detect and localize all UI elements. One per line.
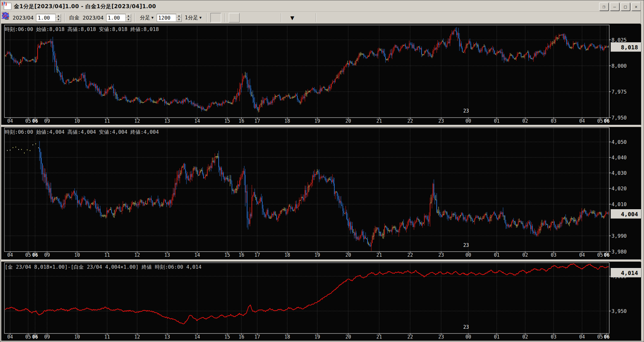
y-axis-label: 8,025 [611,37,627,43]
x-axis-label: 11 [104,334,110,340]
timeframe-label: 1分足 [185,15,198,21]
cascade-windows-button[interactable]: ❐ [599,3,609,11]
chart-select-tool-button[interactable] [210,13,221,22]
x-axis-label: 05 [597,252,603,258]
x-axis-label: 10 [74,252,80,258]
panel-splitter-2[interactable] [1,260,643,262]
chart-1-info-line: 時刻:06:00 始値:8,018 高値:8,018 安値:8,018 終値:8… [5,26,159,33]
x-axis-label: 02 [522,252,528,258]
x-axis-label: 12 [134,334,140,340]
remove-chart-button[interactable] [301,13,312,22]
current-price-box: 4,004 [611,209,641,219]
x-axis-label: 22 [407,118,413,124]
platinum-ratio-input[interactable] [106,14,126,22]
x-axis-label: 04 [579,334,585,340]
chart-plot-2[interactable] [1,127,641,260]
x-axis-label: 10 [74,118,80,124]
platinum-contract-month: 2023/04 [82,15,103,21]
y-axis-label: 4,030 [611,170,627,176]
x-axis-label: 00 [465,252,471,258]
x-axis-label: 01 [494,252,500,258]
platinum-ratio-spinbox: ▲▼ [106,14,131,22]
x-axis-label: 01 [494,334,500,340]
x-axis-label: 05 [597,334,603,340]
x-axis-label: 16 [239,252,244,258]
y-axis-label: 7,950 [611,115,627,121]
chart-plot-1[interactable] [1,24,641,125]
chart-plot-3[interactable] [1,262,641,341]
toolbar-separator [316,13,316,22]
platinum-ratio-down-button[interactable]: ▼ [126,18,131,22]
x-axis-label: 11 [104,252,110,258]
toolbar-separator [206,13,207,22]
chart-panel-2 [1,127,641,260]
x-axis-label: 00 [465,334,471,340]
close-button[interactable]: ✕ [631,3,641,11]
interval-dropdown[interactable]: 分足 ▼ [139,14,155,22]
minimize-button[interactable]: – [610,3,619,11]
x-axis-label: 17 [254,334,260,340]
x-axis-label: 03 [551,118,556,124]
x-axis-label: 15 [224,118,230,124]
x-axis-label: 17 [254,252,260,258]
date-change-label: 23 [463,108,469,114]
chevron-down-icon: ▼ [199,16,202,19]
toolbar-separator [225,13,225,22]
maximize-button[interactable]: □ [621,3,630,11]
x-axis-label: 18 [284,118,290,124]
x-axis-label: 10 [74,334,80,340]
bar-count-spinbox: ▲▼ [157,14,182,22]
x-axis-label: 03 [551,252,556,258]
toolbar: 金 2023/04 ▲▼ 白金 2023/04 ▲▼ 分足 ▼ ▲▼ 1分足 ▼ [1,12,643,24]
x-axis-label: 22 [407,252,413,258]
gold-ratio-input[interactable] [36,14,56,22]
toolbar-separator [135,13,135,22]
panel-splitter-1[interactable] [1,125,643,127]
bar-count-up-button[interactable]: ▲ [176,14,182,18]
toolbar-separator [281,13,282,22]
refresh-button[interactable]: R [320,13,331,22]
app-icon [4,3,11,10]
chart-panel-3 [1,262,641,341]
x-axis-label: 06 [32,252,38,258]
y-axis-label: 4,020 [611,186,627,192]
pencil-tool-button[interactable] [254,13,265,22]
x-axis-label: 04 [579,252,585,258]
gold-ratio-down-button[interactable]: ▼ [56,18,61,22]
title-bar[interactable]: 金1分足[2023/04]1.00 - 白金1分足[2023/04]1.00 ❐… [1,1,643,12]
date-change-label: 23 [463,324,469,330]
chevron-down-icon: ▼ [290,15,294,21]
y-axis-label: 7,975 [611,89,627,95]
x-axis-label: 15 [224,334,230,340]
x-axis-label: 21 [376,252,382,258]
marker-move-tool-button[interactable] [267,13,277,22]
gold-ratio-up-button[interactable]: ▲ [56,14,61,18]
bar-count-input[interactable] [157,14,176,22]
cursor-tool-button[interactable] [229,13,240,22]
platinum-symbol-label: 白金 [69,15,79,21]
bar-style-dropdown-button[interactable]: ▼ [285,13,300,22]
y-axis-label: 4,050 [611,139,627,145]
application-window: 金1分足[2023/04]1.00 - 白金1分足[2023/04]1.00 ❐… [0,0,644,342]
chart-2-info-line: 時刻:06:00 始値:4,004 高値:4,004 安値:4,004 終値:4… [5,129,159,136]
x-axis-label: 00 [465,118,471,124]
hand-tool-button[interactable] [241,13,252,22]
x-axis-label: 05 [597,118,603,124]
x-axis-label: 09 [44,118,50,124]
bar-count-down-button[interactable]: ▼ [176,18,182,22]
x-axis-label: 04 [7,118,13,124]
x-axis-label: 14 [194,334,200,340]
gold-ratio-spinbox: ▲▼ [36,14,61,22]
x-axis-label: 13 [164,334,170,340]
settings-wrench-button[interactable] [628,13,638,22]
x-axis-label: 13 [164,252,170,258]
x-axis-label: 19 [314,334,320,340]
x-axis-label: 17 [254,118,260,124]
platinum-ratio-up-button[interactable]: ▲ [126,14,131,18]
chart-panel-1 [1,24,641,125]
x-axis-label: 11 [104,118,110,124]
x-axis-label: 06 [604,118,610,124]
timeframe-dropdown[interactable]: 1分足 ▼ [184,14,203,22]
current-price-box: 4,014 [611,268,641,278]
x-axis-label: 01 [494,118,500,124]
